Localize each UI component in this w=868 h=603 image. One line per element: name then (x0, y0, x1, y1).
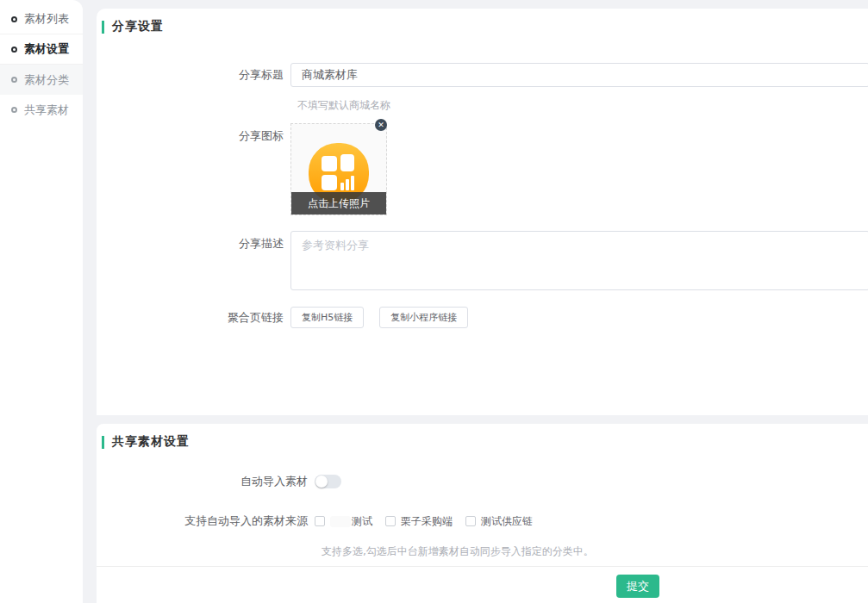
remove-image-icon[interactable]: ✕ (375, 119, 387, 131)
source-option-label: 测试供应链 (481, 514, 533, 529)
submit-button[interactable]: 提交 (616, 575, 659, 598)
accent-bar-icon (102, 436, 104, 449)
sidebar-item-material-settings[interactable]: 素材设置 (0, 34, 83, 65)
source-option-test-supply-chain[interactable]: 测试供应链 (465, 514, 533, 529)
icon-upload-box[interactable]: ✕ 点击上传照片 (290, 123, 387, 215)
share-desc-textarea[interactable] (290, 231, 868, 290)
copy-h5-link-button[interactable]: 复制H5链接 (290, 307, 364, 328)
sidebar-item-shared-material[interactable]: 共享素材 (0, 95, 83, 125)
radio-circle-icon (11, 77, 17, 83)
share-icon-label: 分享图标 (97, 123, 290, 144)
source-option-label: 栗子采购端 (401, 514, 453, 529)
share-title-input[interactable] (290, 63, 868, 87)
checkbox-icon[interactable] (465, 516, 476, 526)
share-title-row: 分享标题 (97, 63, 868, 87)
radio-circle-icon (11, 107, 17, 113)
radio-circle-icon (11, 47, 17, 53)
sidebar-item-label: 共享素材 (24, 103, 69, 118)
share-title-hint: 不填写默认商城名称 (297, 98, 390, 113)
redaction-blob (330, 516, 351, 527)
import-sources-row: 支持自动导入的素材来源 测试 栗子采购端 测试供应链 (97, 513, 868, 529)
radio-circle-icon (11, 16, 17, 22)
toggle-knob (315, 476, 328, 488)
section-title-text: 分享设置 (112, 19, 164, 34)
footer-divider (97, 566, 868, 567)
sidebar: 素材列表 素材设置 素材分类 共享素材 (0, 0, 83, 603)
share-icon-row: 分享图标 ✕ (97, 123, 868, 215)
section-title-text: 共享素材设置 (112, 434, 190, 450)
section-title-shared-material: 共享素材设置 (102, 434, 190, 450)
checkbox-icon[interactable] (315, 516, 325, 526)
aggregate-link-row: 聚合页链接 复制H5链接 复制小程序链接 (97, 307, 868, 328)
sidebar-item-label: 素材分类 (24, 72, 69, 88)
share-desc-label: 分享描述 (97, 231, 290, 252)
sidebar-item-label: 素材设置 (24, 41, 69, 57)
checkbox-icon[interactable] (385, 516, 396, 526)
accent-bar-icon (102, 21, 104, 34)
page: 素材列表 素材设置 素材分类 共享素材 分享设置 分享标题 不填写默认商城名称 … (0, 0, 868, 603)
share-desc-row: 分享描述 (97, 231, 868, 290)
share-settings-panel: 分享设置 分享标题 不填写默认商城名称 分享图标 ✕ (97, 9, 868, 415)
sidebar-item-label: 素材列表 (24, 11, 69, 27)
auto-import-label: 自动导入素材 (97, 474, 315, 489)
import-sources-group: 测试 栗子采购端 测试供应链 (315, 514, 533, 529)
shared-material-settings-panel: 共享素材设置 自动导入素材 支持自动导入的素材来源 测试 栗子采购端 (97, 424, 868, 603)
copy-miniprogram-link-button[interactable]: 复制小程序链接 (379, 307, 468, 328)
aggregate-link-label: 聚合页链接 (97, 310, 290, 326)
source-option-redacted-test[interactable]: 测试 (315, 514, 372, 529)
section-title-share-settings: 分享设置 (102, 19, 164, 34)
sidebar-item-material-category[interactable]: 素材分类 (0, 65, 83, 95)
import-sources-label: 支持自动导入的素材来源 (97, 513, 315, 529)
source-option-lizi-procurement[interactable]: 栗子采购端 (385, 514, 453, 529)
share-title-label: 分享标题 (97, 67, 290, 83)
import-sources-hint: 支持多选,勾选后中台新增素材自动同步导入指定的分类中。 (322, 544, 594, 559)
auto-import-toggle[interactable] (315, 475, 341, 488)
upload-caption[interactable]: 点击上传照片 (291, 192, 386, 214)
auto-import-row: 自动导入素材 (97, 474, 868, 489)
sidebar-item-material-list[interactable]: 素材列表 (0, 4, 83, 34)
source-option-label: 测试 (352, 514, 372, 529)
